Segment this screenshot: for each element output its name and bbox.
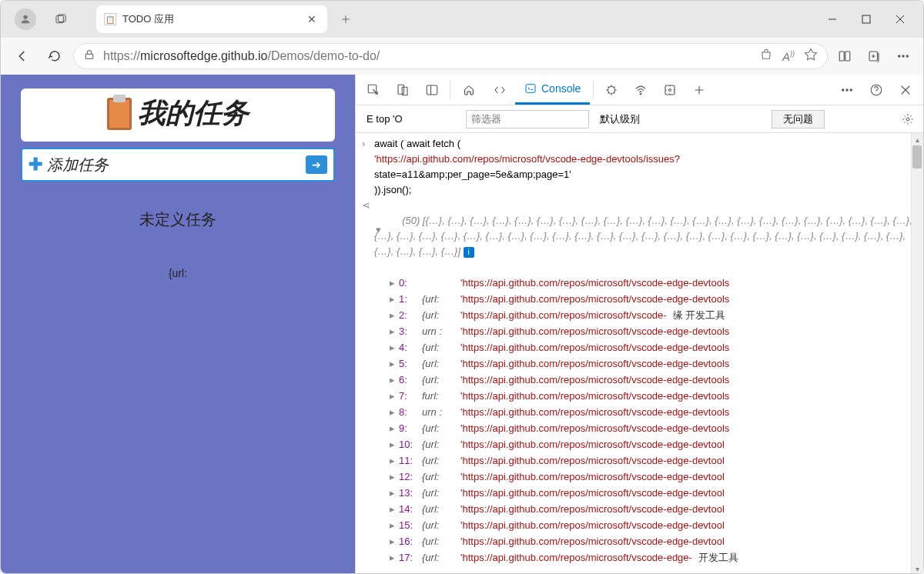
result-entry[interactable]: ▸0:'https://api.github.com/repos/microso… [362, 275, 923, 291]
result-entry[interactable]: ▸3:urn :'https://api.github.com/repos/mi… [362, 323, 923, 339]
svg-point-10 [906, 55, 908, 57]
no-issues-button[interactable]: 无问题 [772, 110, 825, 128]
submit-task-button[interactable]: ➔ [306, 155, 327, 174]
more-icon[interactable] [891, 44, 916, 68]
devtools-close-icon[interactable] [891, 75, 920, 105]
dock-icon[interactable] [417, 75, 447, 105]
result-entry[interactable]: ▸15:{url:'https://api.github.com/repos/m… [362, 517, 923, 533]
expand-icon[interactable]: ▸ [390, 549, 399, 566]
expand-icon[interactable]: ▸ [390, 485, 399, 501]
devtools-help-icon[interactable] [862, 75, 891, 105]
task-url-text: {url: [7, 267, 349, 279]
console-tab[interactable]: Console [515, 75, 590, 105]
code-params: state=a11&amp;per_page=5e&amp;page=1' [374, 167, 571, 182]
tab-close-icon[interactable]: ✕ [304, 13, 320, 25]
info-badge-icon[interactable]: i [464, 247, 474, 258]
inspect-icon[interactable] [359, 75, 388, 105]
shopping-icon[interactable] [759, 48, 773, 65]
performance-icon[interactable] [655, 75, 685, 105]
result-entry[interactable]: ▸2:{url:'https://api.github.com/repos/mi… [362, 307, 923, 323]
expand-icon[interactable]: ▸ [390, 291, 399, 307]
result-entry[interactable]: ▸5:{url:'https://api.github.com/repos/mi… [362, 355, 923, 372]
result-entry[interactable]: ▸7:furl:'https://api.github.com/repos/mi… [362, 388, 923, 404]
device-icon[interactable] [388, 75, 417, 105]
console-settings-icon[interactable] [899, 110, 917, 128]
minimize-button[interactable] [815, 7, 849, 32]
context-selector[interactable]: E top 'O [362, 112, 407, 126]
code-line: await ( await fetch ( [374, 136, 460, 152]
expand-icon[interactable]: ▸ [390, 372, 399, 388]
read-aloud-icon[interactable]: A)) [782, 50, 795, 63]
devtools-panel: Console E top 'O 默认级别 无问题 › awai [355, 75, 923, 574]
code-end: )).json(); [374, 182, 411, 198]
console-output[interactable]: › await ( await fetch ( 'https://api.git… [356, 133, 923, 574]
back-button[interactable] [8, 42, 36, 70]
expand-icon[interactable]: ▸ [390, 420, 399, 436]
main-content: 我的任务 ✚ 添加任务 ➔ 未定义任务 {url: Console [1, 75, 923, 574]
browser-tab[interactable]: 📋 TODO 应用 ✕ [96, 5, 327, 33]
expand-icon[interactable]: ▸ [390, 404, 399, 420]
code-url: 'https://api.github.com/repos/microsoft/… [374, 152, 680, 167]
result-entry[interactable]: ▸11:{url:'https://api.github.com/repos/m… [362, 452, 923, 469]
tab-actions-icon[interactable] [49, 7, 73, 32]
expand-icon[interactable]: ▸ [390, 533, 399, 549]
result-summary[interactable]: (50) [{…}, {…}, {…}, {…}, {…}, {…}, {…},… [374, 198, 923, 275]
expand-icon[interactable]: ▸ [390, 355, 399, 372]
scrollbar[interactable]: ▴ ▾ [911, 133, 923, 574]
expand-icon[interactable]: ▸ [390, 307, 399, 323]
url-input[interactable]: https://microsoftedge.github.io/Demos/de… [73, 43, 828, 69]
result-entry[interactable]: ▸4:{url:'https://api.github.com/repos/mi… [362, 339, 923, 355]
result-entry[interactable]: ▸8:urn :'https://api.github.com/repos/mi… [362, 404, 923, 420]
elements-tab[interactable] [484, 75, 515, 105]
address-bar: https://microsoftedge.github.io/Demos/de… [1, 38, 923, 75]
favorite-icon[interactable] [804, 48, 818, 65]
result-entry[interactable]: ▸9:{url:'https://api.github.com/repos/mi… [362, 420, 923, 436]
profile-icon[interactable] [15, 8, 36, 30]
result-entry[interactable]: ▸13:{url:'https://api.github.com/repos/m… [362, 485, 923, 501]
result-entry[interactable]: ▸1:{url:'https://api.github.com/repos/mi… [362, 291, 923, 307]
svg-point-0 [23, 15, 27, 19]
close-window-button[interactable] [883, 7, 917, 32]
expand-icon[interactable]: ▸ [390, 436, 399, 452]
expand-icon[interactable]: ▸ [390, 323, 399, 339]
log-level-selector[interactable]: 默认级别 [595, 111, 644, 128]
svg-point-9 [902, 55, 904, 57]
page-title: 我的任务 [21, 95, 335, 132]
result-entry[interactable]: ▸10:{url:'https://api.github.com/repos/m… [362, 436, 923, 452]
scrollbar-thumb[interactable] [912, 145, 922, 169]
result-entry[interactable]: ▸16:{url:'https://api.github.com/repos/m… [362, 533, 923, 549]
expand-icon[interactable]: ▸ [390, 501, 399, 517]
result-entry[interactable]: ▸12:{url:'https://api.github.com/repos/m… [362, 469, 923, 485]
expand-icon[interactable]: ▸ [390, 275, 399, 291]
tab-title: TODO 应用 [122, 12, 304, 26]
svg-point-8 [899, 55, 900, 57]
expand-icon[interactable]: ▸ [390, 517, 399, 533]
expand-icon[interactable]: ▸ [390, 388, 399, 404]
devtools-more-icon[interactable] [832, 75, 862, 105]
network-conditions-icon[interactable] [626, 75, 655, 105]
add-task-input[interactable]: ✚ 添加任务 ➔ [21, 148, 335, 182]
expand-icon[interactable]: ▸ [390, 469, 399, 485]
new-tab-button[interactable] [333, 7, 358, 32]
scroll-down-icon[interactable]: ▾ [911, 562, 923, 574]
svg-point-17 [641, 93, 642, 95]
scroll-up-icon[interactable]: ▴ [911, 133, 923, 145]
maximize-button[interactable] [849, 7, 883, 32]
clipboard-icon [107, 98, 132, 130]
collections-icon[interactable] [862, 44, 886, 68]
result-entry[interactable]: ▸6:{url:'https://api.github.com/repos/mi… [362, 372, 923, 388]
split-screen-icon[interactable] [832, 44, 857, 68]
result-entry[interactable]: ▸14:{url:'https://api.github.com/repos/m… [362, 501, 923, 517]
expand-icon[interactable]: ▸ [390, 452, 399, 469]
more-tabs-icon[interactable] [685, 75, 714, 105]
refresh-button[interactable] [41, 42, 69, 70]
welcome-tab[interactable] [454, 75, 484, 105]
result-entry[interactable]: ▸17:{url:'https://api.github.com/repos/m… [362, 549, 923, 566]
filter-input[interactable] [466, 110, 589, 128]
issues-icon[interactable] [597, 75, 626, 105]
svg-rect-18 [665, 85, 675, 95]
svg-rect-3 [862, 15, 870, 23]
svg-point-20 [842, 88, 844, 90]
expand-icon[interactable]: ▸ [390, 339, 399, 355]
lock-icon [83, 48, 95, 64]
